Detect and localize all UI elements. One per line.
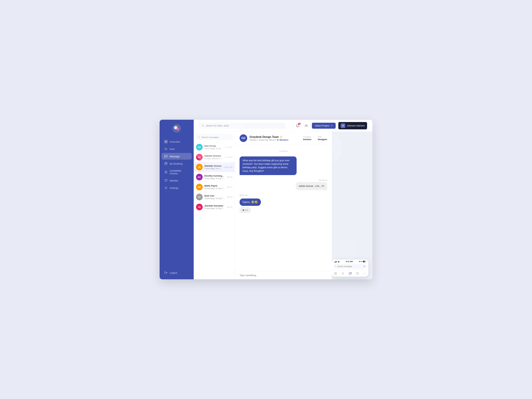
svg-point-32	[364, 273, 364, 274]
message-search-input[interactable]	[202, 136, 230, 139]
svg-rect-27	[336, 274, 337, 275]
sidebar-item-my-booking[interactable]: My Booking	[162, 160, 192, 167]
phone-network	[334, 260, 340, 262]
phone-search-bar: +	[334, 264, 367, 269]
dot-3	[247, 209, 248, 211]
chat-header-info: Greydesk Design Team ⚡ Nicolas C, Divan …	[250, 135, 288, 141]
svg-rect-7	[166, 142, 167, 143]
svg-point-28	[342, 273, 343, 274]
conversation-item[interactable]: NGNew GroupThree Ways To Get Travel Disc…	[194, 142, 235, 152]
sidebar-item-availability-checks[interactable]: Availability Checks	[162, 168, 192, 177]
conversation-item[interactable]: JGJeanette GonzalesThree Ways To Get Tra…	[194, 202, 235, 212]
svg-rect-16	[334, 262, 335, 262]
svg-point-34	[365, 273, 366, 274]
svg-rect-6	[165, 142, 166, 143]
find-icon	[164, 147, 168, 151]
svg-point-11	[165, 188, 166, 188]
notification-button[interactable]: 5	[295, 123, 301, 129]
svg-rect-22	[363, 261, 365, 262]
sidebar-find-label: Find	[170, 148, 174, 151]
sidebar-availability-label: Availability Checks	[170, 169, 189, 175]
overview-icon	[164, 140, 168, 143]
conversation-item[interactable]: DCDorothy CunninghamThree Ways To Get Tr…	[194, 172, 235, 182]
svg-point-8	[165, 148, 167, 150]
svg-rect-21	[366, 261, 366, 262]
sidebar-logout: Logout	[160, 269, 194, 276]
chat-panel: GD Greydesk Design Team ⚡ Nicolas C, Div…	[235, 132, 332, 279]
svg-point-3	[176, 126, 177, 128]
logout-icon	[164, 271, 168, 274]
chat-header-meta: Company Invision Role Designer	[303, 136, 327, 141]
chat-input-bar	[235, 271, 332, 279]
role-meta: Role Designer	[318, 136, 327, 141]
phone-nav-more[interactable]	[363, 272, 367, 275]
sidebar: Overview Find Message	[160, 120, 194, 279]
settings-icon	[164, 186, 168, 190]
phone-nav-grid[interactable]	[334, 272, 337, 275]
chat-messages: 07:44 am What was the best birthday gift…	[235, 145, 332, 271]
message-2: 08:43 am Adobe license , LOL...!!!!	[296, 178, 327, 190]
svg-rect-26	[334, 274, 335, 275]
company-meta: Company Invision	[303, 136, 311, 141]
svg-point-10	[165, 171, 167, 173]
team-button[interactable]	[303, 123, 309, 129]
header-search-input[interactable]	[206, 124, 283, 127]
svg-point-33	[365, 273, 365, 274]
sidebar-item-settings[interactable]: Settings	[162, 184, 192, 191]
svg-rect-19	[336, 261, 337, 262]
sidebar-nav: Overview Find Message	[160, 138, 194, 269]
logout-label: Logout	[170, 271, 177, 274]
svg-rect-24	[334, 272, 335, 273]
msg-time-2: 08:43 am	[319, 179, 327, 181]
ji-avatar: JI	[341, 123, 345, 128]
svg-point-23	[335, 266, 336, 267]
typing-indicator	[240, 207, 251, 213]
phone-nav-calendar[interactable]	[356, 272, 359, 275]
chat-group-name: Greydesk Design Team ⚡	[250, 135, 288, 139]
svg-rect-5	[166, 140, 167, 141]
sidebar-booking-label: My Booking	[170, 162, 183, 165]
svg-rect-4	[165, 140, 166, 141]
body-area: NGNew GroupThree Ways To Get Travel Disc…	[194, 132, 372, 279]
phone-nav-chat[interactable]	[348, 272, 352, 275]
msg-time-1: 07:44 am	[240, 150, 327, 152]
svg-point-2	[176, 128, 179, 130]
search-icon	[202, 124, 204, 127]
main-content: 5 Select Project	[194, 120, 372, 279]
phone-add-button[interactable]: +	[364, 265, 365, 268]
sidebar-item-overview[interactable]: Overview	[162, 138, 192, 145]
phone-nav-people[interactable]	[341, 272, 345, 275]
sidebar-settings-label: Settings	[170, 187, 178, 189]
svg-point-30	[351, 272, 351, 273]
sidebar-item-find[interactable]: Find	[162, 146, 192, 152]
sidebar-item-wishlist[interactable]: Wishlist	[162, 177, 192, 184]
svg-point-15	[198, 137, 199, 138]
message-1: What was the best birthday gift you guys…	[240, 156, 297, 175]
dot-2	[245, 209, 246, 211]
logo[interactable]	[172, 124, 181, 133]
notification-badge: 5	[298, 123, 301, 125]
app-container: Overview Find Message	[160, 120, 372, 279]
svg-point-14	[307, 125, 308, 126]
chat-input[interactable]	[240, 274, 327, 277]
header: 5 Select Project	[194, 120, 372, 132]
phone-search-input[interactable]	[337, 265, 362, 267]
johnson-interiors-label: Johnson Interiors	[347, 124, 365, 127]
message-list-panel: NGNew GroupThree Ways To Get Travel Disc…	[194, 132, 235, 279]
phone-time: 9:41 AM	[346, 260, 353, 262]
conversation-item[interactable]: SCSean CarrThree Ways To Get Travel Disc…	[194, 192, 235, 202]
logout-button[interactable]: Logout	[162, 269, 192, 276]
phone-mockup: 9:41 AM 58 %	[332, 260, 368, 277]
johnson-interiors-button[interactable]: JI Johnson Interiors	[338, 122, 367, 129]
sidebar-message-label: Message	[170, 155, 180, 158]
conversation-item[interactable]: IHIsabelle HowardHi John, Wants to talk …	[194, 152, 235, 162]
chat-group-avatar: GD	[240, 134, 247, 142]
select-project-button[interactable]: Select Project	[312, 123, 336, 129]
message-icon	[164, 155, 168, 158]
msg-time-3: 08:43 am	[240, 194, 248, 196]
conversation-item[interactable]: MPMable PayneThree Ways To Get Travel Di…	[194, 182, 235, 192]
svg-rect-25	[336, 272, 337, 273]
booking-icon	[164, 162, 168, 165]
conversation-item[interactable]: JSJeanette SheltonThree Ways To Get Trav…	[194, 162, 235, 172]
sidebar-item-message[interactable]: Message	[162, 153, 192, 160]
